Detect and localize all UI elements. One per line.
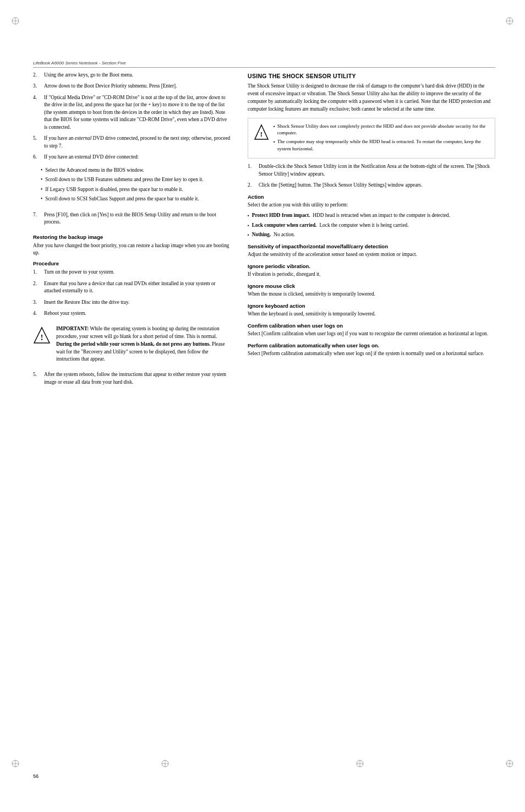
proc-num-2: 2. <box>33 280 41 295</box>
restore-intro: After you have changed the boot priority… <box>33 242 231 258</box>
item-text-7: Press [F10], then click on [Yes] to exit… <box>44 211 231 226</box>
content-area: 2. Using the arrow keys, go to the Boot … <box>33 72 495 390</box>
action-bullet-1-bold: Protect HDD from impact. <box>252 212 310 219</box>
procedure-heading: Procedure <box>33 260 231 266</box>
restore-heading: Restoring the backup image <box>33 234 231 240</box>
item-num-2: 2. <box>33 72 41 79</box>
corner-mark-bl <box>11 746 33 768</box>
breadcrumb-text: LifeBook A6000 Series Notebook - Section… <box>33 61 126 66</box>
corner-mark-tr <box>492 17 514 39</box>
item-num-5: 5. <box>33 135 41 150</box>
sub-bullet-6a: Select the Advanced menu in the BIOS win… <box>41 167 231 174</box>
warning-box: ! Shock Sensor Utility does not complete… <box>248 118 495 159</box>
action-bullet-3-bold: Nothing. <box>252 231 271 238</box>
warning-icon: ! <box>254 124 269 139</box>
ignore-vibration-text: If vibration is periodic, disregard it. <box>248 271 495 279</box>
sub-bullet-6c: If Legacy USB Support is disabled, press… <box>41 186 231 193</box>
proc-num-1: 1. <box>33 269 41 276</box>
proc-text-4: Reboot your system. <box>44 310 86 317</box>
restore-section: Restoring the backup image After you hav… <box>33 234 231 386</box>
item-text-3: Arrow down to the Boot Device Priority s… <box>44 83 177 90</box>
shock-sensor-intro: The Shock Sensor Utility is designed to … <box>248 83 495 113</box>
proc-item-3: 3. Insert the Restore Disc into the driv… <box>33 299 231 306</box>
sub-bullet-6b: Scroll down to the USB Features submenu … <box>41 176 231 183</box>
shock-step-2: 2. Click the [Setting] button. The [Shoc… <box>248 182 495 189</box>
proc-num-4: 4. <box>33 310 41 317</box>
breadcrumb: LifeBook A6000 Series Notebook - Section… <box>33 61 495 68</box>
shock-step-text-2: Click the [Setting] button. The [Shock S… <box>259 182 422 189</box>
two-column-layout: 2. Using the arrow keys, go to the Boot … <box>33 72 495 390</box>
action-intro: Select the action you wish this utility … <box>248 201 495 209</box>
proc-item-2: 2. Ensure that you have a device that ca… <box>33 280 231 295</box>
important-bold-text: During the period while your screen is b… <box>56 341 211 347</box>
action-bullet-1-rest: HDD head is retracted when an impact to … <box>313 212 450 219</box>
corner-mark-br <box>492 746 514 768</box>
important-label: IMPORTANT: <box>56 326 89 331</box>
item-num-3: 3. <box>33 83 41 90</box>
shock-step-num-2: 2. <box>248 182 255 189</box>
action-heading: Action <box>248 194 495 200</box>
important-box: ! IMPORTANT: While the operating system … <box>33 322 231 367</box>
list-item-2: 2. Using the arrow keys, go to the Boot … <box>33 72 231 79</box>
list-item-7: 7. Press [F10], then click on [Yes] to e… <box>33 211 231 226</box>
proc-step5-list: 5. After the system reboots, follow the … <box>33 371 231 386</box>
important-text: IMPORTANT: While the operating system is… <box>56 325 231 364</box>
section-title: USING THE SHOCK SENSOR UTILITY <box>248 73 495 79</box>
corner-mark-bml <box>154 746 176 768</box>
sub-bullet-6d: Scroll down to SCSI SubClass Support and… <box>41 195 231 203</box>
ignore-vibration-heading: Ignore periodic vibration. <box>248 263 495 269</box>
action-bullet-3-rest: No action. <box>274 231 295 238</box>
item-text-5: If you have an external DVD drive connec… <box>44 135 231 150</box>
right-column: USING THE SHOCK SENSOR UTILITY The Shock… <box>248 72 495 390</box>
procedure-list: 1. Turn on the power to your system. 2. … <box>33 269 231 317</box>
item-6-subbullets: Select the Advanced menu in the BIOS win… <box>41 167 231 205</box>
shock-step-num-1: 1. <box>248 163 255 178</box>
svg-text:!: ! <box>260 130 262 138</box>
item-num-4: 4. <box>33 94 41 131</box>
proc-item-5: 5. After the system reboots, follow the … <box>33 371 231 386</box>
corner-mark-tl <box>11 17 33 39</box>
warning-text-block: Shock Sensor Utility does not completely… <box>274 123 489 154</box>
ignore-keyboard-text: When the keyboard is used, sensitivity i… <box>248 310 495 318</box>
action-bullets: Protect HDD from impact. HDD head is ret… <box>248 212 495 238</box>
confirm-calibration-heading: Confirm calibration when user logs on <box>248 323 495 329</box>
svg-text:!: ! <box>41 334 43 342</box>
action-bullet-2-bold: Lock computer when carried. <box>252 222 317 229</box>
shock-step-text-1: Double-click the Shock Sensor Utility ic… <box>259 163 495 178</box>
list-item-6: 6. If you have an external DVD drive con… <box>33 154 231 207</box>
item-text-4: If "Optical Media Drive" or "CD-ROM Driv… <box>44 94 231 131</box>
shock-steps-list: 1. Double-click the Shock Sensor Utility… <box>248 163 495 189</box>
left-column: 2. Using the arrow keys, go to the Boot … <box>33 72 231 390</box>
action-bullet-2: Lock computer when carried. Lock the com… <box>248 222 495 229</box>
proc-text-3: Insert the Restore Disc into the drive t… <box>44 299 129 306</box>
action-bullet-1: Protect HDD from impact. HDD head is ret… <box>248 212 495 219</box>
warning-bullet-1: Shock Sensor Utility does not completely… <box>274 123 489 137</box>
perform-calibration-heading: Perform calibration automatically when u… <box>248 342 495 348</box>
proc-num-3: 3. <box>33 299 41 306</box>
item-text-6: If you have an external DVD drive connec… <box>44 154 139 161</box>
page-container: LifeBook A6000 Series Notebook - Section… <box>0 0 525 812</box>
warning-bullets: Shock Sensor Utility does not completely… <box>274 123 489 152</box>
proc-item-4: 4. Reboot your system. <box>33 310 231 317</box>
item-num-7: 7. <box>33 211 41 226</box>
ignore-mouse-heading: Ignore mouse click <box>248 283 495 289</box>
proc-num-5: 5. <box>33 371 41 386</box>
ignore-keyboard-heading: Ignore keyboard action <box>248 303 495 309</box>
action-bullet-3: Nothing. No action. <box>248 231 495 238</box>
corner-mark-bmr <box>349 746 371 768</box>
item-text-2: Using the arrow keys, go to the Boot men… <box>44 72 133 79</box>
proc-text-1: Turn on the power to your system. <box>44 269 114 276</box>
list-item-5: 5. If you have an external DVD drive con… <box>33 135 231 150</box>
item-num-6: 6. <box>33 154 41 161</box>
sensitivity-text: Adjust the sensitivity of the accelerati… <box>248 251 495 259</box>
list-item-4: 4. If "Optical Media Drive" or "CD-ROM D… <box>33 94 231 131</box>
action-bullet-2-rest: Lock the computer when it is being carri… <box>319 222 408 229</box>
sensitivity-heading: Sensitivity of impact/horizontal move/fa… <box>248 243 495 249</box>
shock-step-1: 1. Double-click the Shock Sensor Utility… <box>248 163 495 178</box>
perform-calibration-text: Select [Perform calibration automaticall… <box>248 350 495 358</box>
page-number: 56 <box>33 773 39 779</box>
proc-text-2: Ensure that you have a device that can r… <box>44 280 231 295</box>
proc-item-1: 1. Turn on the power to your system. <box>33 269 231 276</box>
ignore-mouse-text: When the mouse is clicked, sensitivity i… <box>248 291 495 298</box>
list-item-3: 3. Arrow down to the Boot Device Priorit… <box>33 83 231 90</box>
